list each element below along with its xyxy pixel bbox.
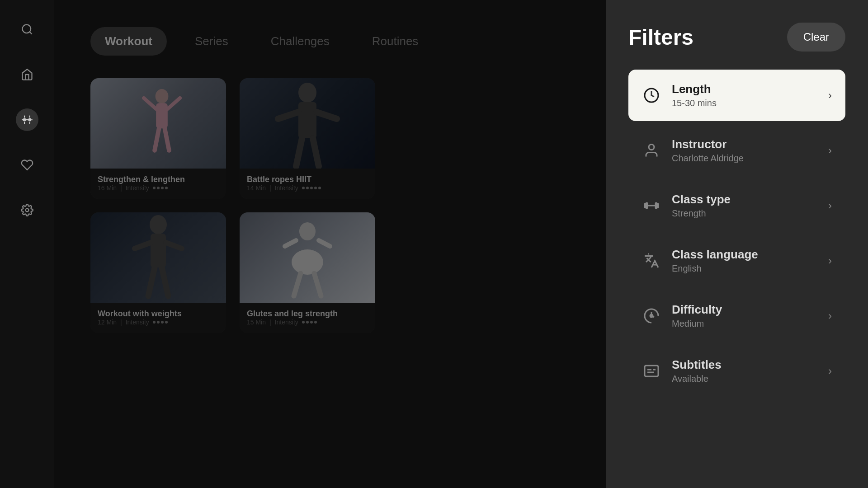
svg-line-33 (285, 240, 296, 246)
svg-line-22 (316, 112, 337, 119)
filter-value: English (672, 263, 758, 274)
tabs: Workout Series Challenges Routines (90, 27, 583, 56)
svg-line-30 (162, 267, 168, 296)
svg-line-21 (278, 112, 298, 119)
filter-label: Instructor (672, 137, 744, 151)
card-info: Glutes and leg strength 15 Min | Intensi… (240, 303, 375, 333)
gauge-icon (642, 306, 661, 325)
chevron-right-icon: › (828, 254, 832, 267)
card-duration: 14 Min (247, 184, 266, 192)
clear-button[interactable]: Clear (787, 23, 845, 52)
favorites-icon[interactable] (16, 154, 38, 176)
workout-card[interactable]: Glutes and leg strength 15 Min | Intensi… (240, 212, 375, 333)
filter-item-subtitles[interactable]: Subtitles Available › (628, 345, 845, 397)
filter-label: Length (672, 82, 717, 96)
workout-card[interactable]: Battle ropes HIIT 14 Min | Intensity (240, 78, 375, 199)
filter-title: Filters (628, 25, 693, 50)
filter-label: Difficulty (672, 303, 722, 317)
svg-line-34 (319, 240, 330, 246)
card-duration: 15 Min (247, 319, 266, 326)
chevron-right-icon: › (828, 89, 832, 102)
card-title: Battle ropes HIIT (247, 175, 311, 184)
filter-header: Filters Clear (628, 23, 845, 52)
filter-value: 15-30 mins (672, 98, 717, 108)
card-meta: 15 Min | Intensity (247, 319, 368, 326)
settings-icon[interactable] (16, 199, 38, 221)
svg-point-0 (23, 25, 31, 33)
card-info: Strengthen & lengthen 16 Min | Intensity (90, 169, 226, 199)
filter-item-difficulty[interactable]: Difficulty Medium › (628, 290, 845, 342)
card-image (240, 212, 375, 303)
filter-label: Class language (672, 248, 758, 262)
svg-line-29 (148, 267, 155, 296)
svg-rect-14 (156, 103, 168, 128)
tab-routines[interactable]: Routines (358, 27, 433, 56)
search-icon[interactable] (16, 18, 38, 41)
main-content: Workout Series Challenges Routines (54, 0, 606, 488)
workout-card[interactable]: Strengthen & lengthen 16 Min | Intensity (90, 78, 226, 199)
svg-rect-20 (298, 102, 316, 138)
dumbbell-icon (642, 196, 661, 215)
filter-item-length[interactable]: Length 15-30 mins › (628, 70, 845, 121)
card-intensity-label: Intensity (275, 319, 298, 326)
filter-panel: Filters Clear Length 15-30 mins › (606, 0, 868, 488)
svg-point-11 (26, 209, 29, 212)
card-image (90, 78, 226, 169)
svg-point-19 (298, 83, 316, 103)
svg-line-1 (29, 32, 32, 34)
card-title: Strengthen & lengthen (98, 175, 185, 184)
svg-point-46 (650, 314, 653, 317)
chevron-right-icon: › (828, 144, 832, 157)
card-meta: 12 Min | Intensity (98, 319, 219, 326)
card-title: Workout with weights (98, 309, 182, 318)
workout-card[interactable]: Workout with weights 12 Min | Intensity (90, 212, 226, 333)
svg-point-31 (299, 222, 316, 240)
tab-workout[interactable]: Workout (90, 27, 167, 56)
svg-line-15 (144, 98, 156, 109)
tab-series[interactable]: Series (180, 27, 243, 56)
filter-item-instructor[interactable]: Instructor Charlotte Aldridge › (628, 125, 845, 176)
svg-line-28 (166, 243, 182, 249)
svg-rect-45 (656, 203, 657, 208)
filter-label: Class type (672, 192, 731, 206)
card-info: Battle ropes HIIT 14 Min | Intensity (240, 169, 375, 199)
svg-rect-44 (646, 203, 647, 208)
svg-point-38 (649, 145, 654, 150)
person-icon (642, 141, 661, 160)
svg-line-27 (135, 243, 151, 249)
home-icon[interactable] (16, 63, 38, 86)
svg-line-18 (165, 128, 169, 150)
card-intensity-label: Intensity (126, 319, 149, 326)
card-image (240, 78, 375, 169)
card-info: Workout with weights 12 Min | Intensity (90, 303, 226, 333)
chevron-right-icon: › (828, 310, 832, 322)
workout-grid: Strengthen & lengthen 16 Min | Intensity (90, 78, 583, 333)
card-duration: 16 Min (98, 184, 117, 192)
tab-challenges[interactable]: Challenges (256, 27, 344, 56)
card-duration: 12 Min (98, 319, 117, 326)
language-icon (642, 251, 661, 270)
chevron-right-icon: › (828, 199, 832, 212)
intensity-dots (153, 321, 168, 324)
card-intensity-label: Intensity (275, 184, 298, 192)
intensity-dots (153, 187, 168, 189)
svg-rect-26 (151, 234, 166, 267)
svg-point-25 (150, 215, 167, 234)
filter-value: Available (672, 374, 722, 384)
sidebar (0, 0, 54, 488)
card-meta: 14 Min | Intensity (247, 184, 368, 192)
svg-point-32 (292, 249, 323, 275)
filter-value: Charlotte Aldridge (672, 153, 744, 164)
svg-line-36 (314, 273, 321, 296)
filter-value: Strength (672, 208, 731, 219)
subtitles-icon (642, 361, 661, 380)
filter-label: Subtitles (672, 358, 722, 372)
intensity-dots (302, 187, 321, 189)
svg-line-17 (155, 128, 159, 150)
workout-icon[interactable] (16, 108, 38, 131)
filter-item-class-type[interactable]: Class type Strength › (628, 180, 845, 231)
svg-line-16 (168, 98, 180, 109)
filter-item-class-language[interactable]: Class language English › (628, 235, 845, 286)
filter-value: Medium (672, 319, 722, 329)
intensity-dots (302, 321, 317, 324)
